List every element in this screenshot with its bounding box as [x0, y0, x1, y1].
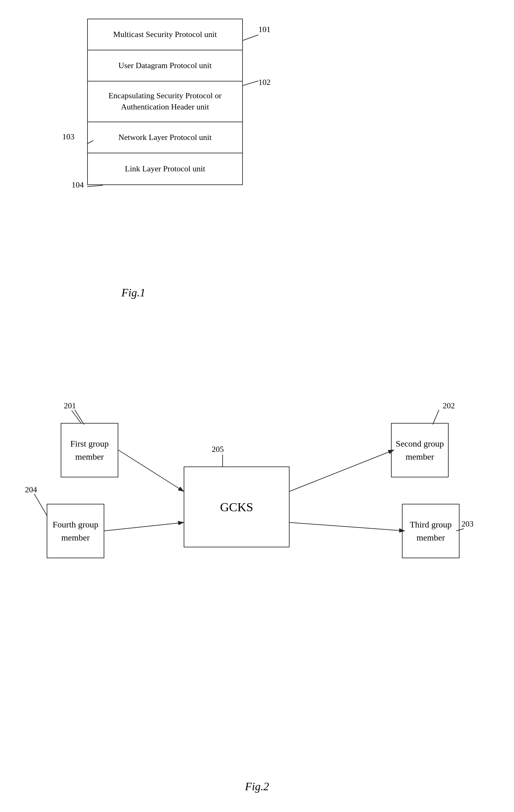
label-201: 201: [64, 401, 76, 410]
svg-line-11: [75, 410, 84, 425]
label-103: 103: [62, 132, 74, 142]
row-esp: Encapsulating Security Protocol or Authe…: [88, 82, 242, 122]
member-first: First group member: [61, 423, 118, 477]
fig1-diagram: Multicast Security Protocol unit User Da…: [87, 19, 262, 185]
svg-line-7: [104, 522, 184, 531]
svg-line-3: [87, 185, 103, 186]
gcks-box: GCKS: [184, 466, 290, 547]
row-udp: User Datagram Protocol unit: [88, 50, 242, 82]
member-fourth: Fourth group member: [47, 504, 104, 558]
fig2-diagram: GCKS First group member Second group mem…: [0, 336, 514, 812]
label-203: 203: [461, 519, 474, 529]
label-205: 205: [212, 445, 224, 454]
fig2-connection-lines: [0, 336, 514, 812]
svg-line-6: [118, 450, 184, 491]
fig1-caption: Fig.1: [121, 286, 145, 299]
svg-line-8: [290, 450, 394, 491]
label-204: 204: [25, 485, 37, 494]
member-second: Second group member: [391, 423, 449, 477]
svg-line-12: [433, 410, 439, 425]
member-third: Third group member: [402, 504, 460, 558]
row-network: Network Layer Protocol unit: [88, 122, 242, 153]
label-101: 101: [259, 25, 271, 34]
svg-line-14: [34, 494, 47, 516]
row-link: Link Layer Protocol unit: [88, 153, 242, 184]
fig2-caption: Fig.2: [0, 780, 514, 793]
label-104: 104: [72, 180, 84, 190]
svg-line-9: [290, 522, 405, 531]
protocol-stack: Multicast Security Protocol unit User Da…: [87, 19, 243, 185]
fig2-label-arrows: [0, 336, 514, 812]
label-102: 102: [259, 78, 271, 87]
row-multicast: Multicast Security Protocol unit: [88, 19, 242, 50]
label-202: 202: [443, 401, 455, 410]
svg-line-10: [72, 410, 81, 423]
